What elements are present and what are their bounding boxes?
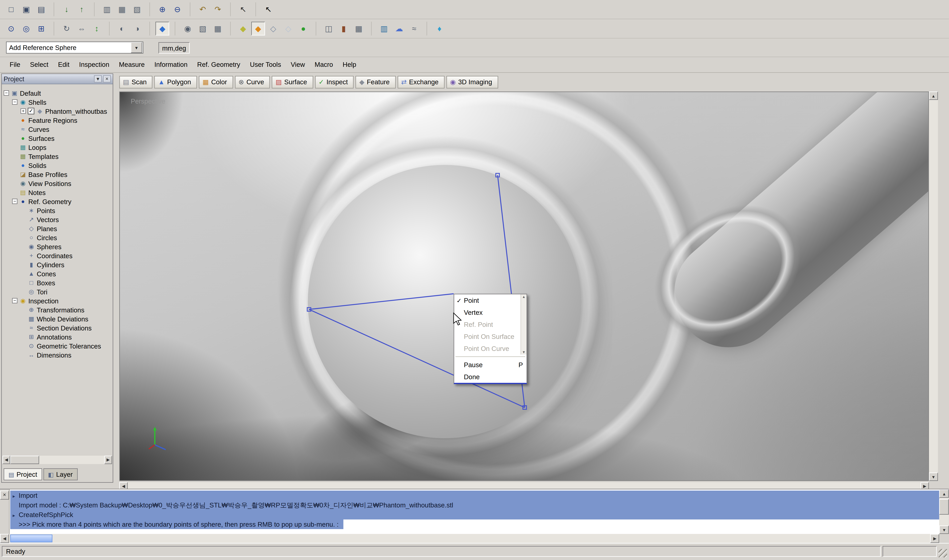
tree-item-base-profiles[interactable]: ◪Base Profiles [2,170,112,179]
menu-select[interactable]: Select [25,59,53,70]
menu-edit[interactable]: Edit [53,59,74,70]
undo-button[interactable]: ↶ [196,2,210,16]
scroll-down-button[interactable]: ▼ [929,472,938,481]
menu-item-done[interactable]: Done [454,371,526,383]
tree-item-circles[interactable]: ○Circles [2,233,112,242]
scroll-track[interactable] [10,456,104,464]
resize-grip[interactable] [939,549,947,558]
pan-view-button[interactable]: ⇔ [75,22,88,35]
context-menu-scrollbar[interactable]: ▲▼ [520,294,526,355]
combobox-dropdown-button[interactable]: ▼ [131,42,142,53]
scroll-left-button[interactable]: ◀ [0,534,9,543]
tree-item-feature-regions[interactable]: ●Feature Regions [2,115,112,125]
log-line[interactable]: Import model : C:₩System Backup₩Desktop₩… [10,500,939,510]
scroll-thumb[interactable] [10,534,52,542]
zoom-tool-button[interactable]: ⊙ [4,22,18,35]
pointer-tool-button[interactable]: ↖ [261,2,275,16]
tab-curve[interactable]: ⊗Curve [235,75,270,88]
import-model-button[interactable]: ↓ [60,2,74,16]
shading-points-button[interactable]: ◇ [281,22,295,35]
tree-item-cylinders[interactable]: ▮Cylinders [2,260,112,269]
tree-item-boxes[interactable]: □Boxes [2,278,112,287]
tree-item-tori[interactable]: ◎Tori [2,287,112,296]
tree-item-annotations[interactable]: ⊞Annotations [2,332,112,341]
tree-item-transformations[interactable]: ⊕Transformations [2,305,112,314]
redo-button[interactable]: ↷ [211,2,225,16]
tree-item-templates[interactable]: ▦Templates [2,152,112,161]
log-line[interactable]: >>> Pick more than 4 points which are th… [10,520,343,529]
checkbox[interactable]: ✓ [28,108,34,114]
deviation-chart-button[interactable]: ▥ [377,22,391,35]
shaded-view-button[interactable]: ◆ [156,22,169,35]
tree-item-ref-geometry[interactable]: −●Ref. Geometry [2,197,112,206]
point-cloud-button[interactable]: ☁ [392,22,406,35]
new-document-button[interactable]: □ [4,2,18,16]
tree-item-surfaces[interactable]: ●Surfaces [2,134,112,143]
log-line[interactable]: ▸Import [10,491,939,500]
scroll-track[interactable] [929,100,938,472]
tree-item-view-positions[interactable]: ◉View Positions [2,179,112,188]
tab-surface[interactable]: ▨Surface [272,75,313,88]
scroll-thumb[interactable] [939,499,949,515]
tree-horizontal-scrollbar[interactable]: ◀ ▶ [2,456,112,464]
tree-item-coordinates[interactable]: +Coordinates [2,251,112,260]
close-panel-button[interactable]: × [103,75,111,83]
scroll-right-button[interactable]: ▶ [930,534,939,543]
scroll-track[interactable] [9,534,930,543]
tab-feature[interactable]: ◆Feature [356,75,396,88]
shading-wireframe-button[interactable]: ◇ [266,22,280,35]
tree-item-shells[interactable]: −◉Shells [2,97,112,106]
menu-file[interactable]: File [5,59,25,70]
open-file-button[interactable]: ▣ [19,2,33,16]
menu-information[interactable]: Information [150,59,192,70]
viewport-vertical-scrollbar[interactable]: ▲ ▼ [929,91,938,481]
plus-expander[interactable]: + [20,108,26,114]
zoom-in-button[interactable]: ⊕ [156,2,169,16]
zoom-all-button[interactable]: ◎ [19,22,33,35]
save-file-button[interactable]: ▤ [34,2,48,16]
scroll-down-button[interactable]: ▼ [939,526,949,534]
menu-view[interactable]: View [286,59,310,70]
tree-item-default[interactable]: −▣Default [2,88,112,97]
command-combobox[interactable]: Add Reference Sphere ▼ [6,42,144,54]
print-button[interactable]: ▦ [115,2,129,16]
tree-item-loops[interactable]: ▦Loops [2,143,112,152]
console-vertical-scrollbar[interactable]: ▲ ▼ [939,489,949,534]
auto-hide-button[interactable]: ▾ [94,75,102,83]
rotate-view-button[interactable]: ↻ [60,22,74,35]
tree-item-geometric-tolerances[interactable]: ⊙Geometric Tolerances [2,341,112,350]
menu-item-point[interactable]: ✓Point [454,294,520,306]
scroll-right-button[interactable]: ▶ [104,456,112,464]
tree-item-dimensions[interactable]: ↔Dimensions [2,350,112,359]
tab-exchange[interactable]: ⇄Exchange [397,75,444,88]
export-model-button[interactable]: ↑ [75,2,88,16]
tree-item-phantom-withoutbas[interactable]: +✓◆Phantom_withoutbas [2,106,112,115]
panel-splitter[interactable] [113,74,117,483]
menu-ref-geometry[interactable]: Ref. Geometry [192,59,245,70]
menu-measure[interactable]: Measure [114,59,150,70]
tree-item-points[interactable]: ∗Points [2,206,112,215]
menu-user-tools[interactable]: User Tools [245,59,286,70]
tree-item-notes[interactable]: ▤Notes [2,188,112,197]
tree-item-planes[interactable]: ◇Planes [2,224,112,233]
shading-smooth-button[interactable]: ◆ [251,22,265,35]
tree-item-curves[interactable]: ≈Curves [2,125,112,134]
minus-expander[interactable]: − [12,298,17,303]
select-entities-button[interactable]: ↖ [236,2,250,16]
tree-item-cones[interactable]: ▲Cones [2,269,112,278]
shading-flat-button[interactable]: ◆ [236,22,250,35]
panel-tab-layer[interactable]: ◧Layer [43,468,77,480]
menu-inspection[interactable]: Inspection [74,59,114,70]
previous-view-button[interactable]: ◐ [115,22,129,35]
render-mode-button[interactable]: ♦ [432,22,446,35]
menu-item-pause[interactable]: PauseP [454,359,526,371]
menu-macro[interactable]: Macro [310,59,338,70]
minus-expander[interactable]: − [12,99,17,105]
viewport-3d[interactable]: Perspective ✓PointVertexRef. PointPoint … [119,91,929,481]
tab-scan[interactable]: ▤Scan [119,75,153,88]
tree-item-section-deviations[interactable]: ≈Section Deviations [2,323,112,332]
scroll-up-button[interactable]: ▲ [929,91,938,100]
menu-help[interactable]: Help [338,59,361,70]
data-table-button[interactable]: ▦ [211,22,225,35]
next-view-button[interactable]: ◑ [130,22,144,35]
